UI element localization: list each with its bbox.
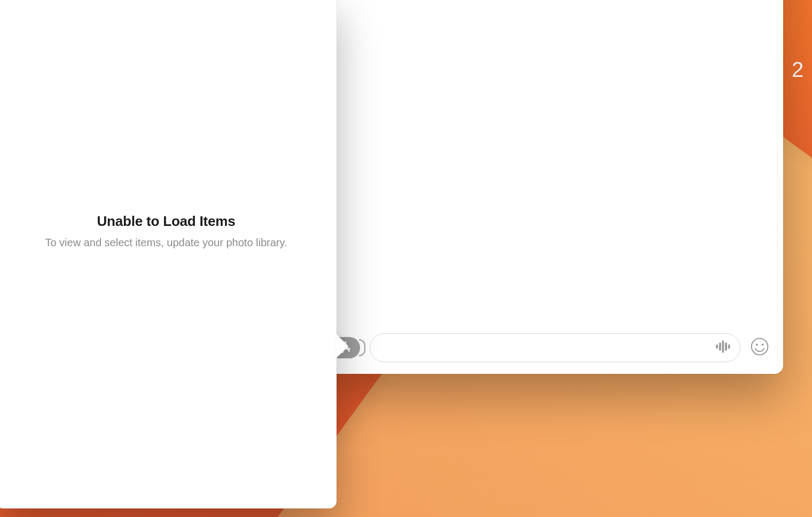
voice-message-icon[interactable] (714, 339, 730, 357)
empty-state: Unable to Load Items To view and select … (0, 213, 337, 250)
message-input[interactable] (380, 342, 714, 354)
svg-rect-2 (722, 341, 724, 353)
photo-picker-popover: Unable to Load Items To view and select … (0, 0, 337, 508)
calendar-widget-peek: 2 (792, 58, 812, 88)
smiley-icon (750, 337, 769, 358)
svg-point-6 (756, 344, 758, 346)
svg-rect-0 (716, 344, 718, 349)
emoji-picker-button[interactable] (750, 337, 769, 358)
empty-state-title: Unable to Load Items (33, 213, 299, 230)
svg-rect-1 (719, 343, 721, 351)
svg-rect-4 (728, 344, 730, 349)
empty-state-subtitle: To view and select items, update your ph… (33, 235, 299, 250)
svg-point-5 (752, 339, 768, 355)
compose-row (318, 333, 783, 362)
messages-window (318, 0, 783, 374)
message-input-container[interactable] (370, 333, 740, 362)
svg-rect-3 (725, 343, 727, 351)
svg-point-7 (762, 344, 764, 346)
